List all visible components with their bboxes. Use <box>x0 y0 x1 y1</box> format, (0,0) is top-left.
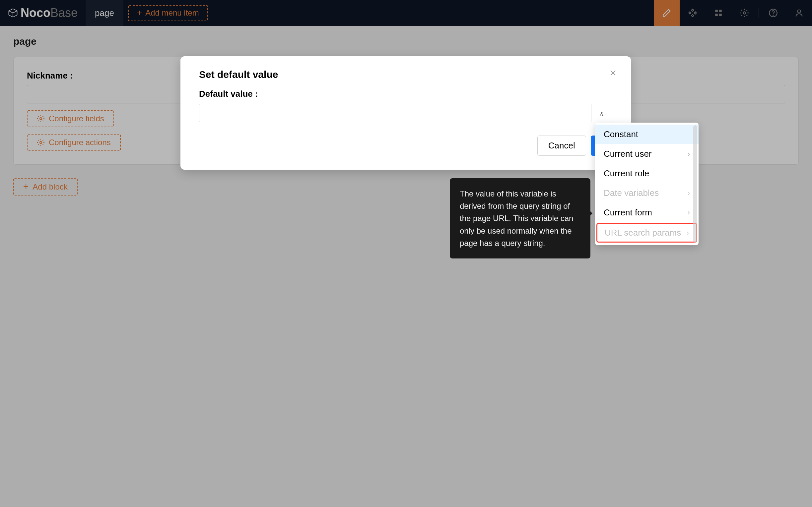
page-title: page <box>13 36 799 47</box>
dropdown-item-label: URL search params <box>605 228 681 238</box>
nav-tab-page[interactable]: page <box>86 0 123 26</box>
svg-rect-3 <box>719 14 722 16</box>
dropdown-item-label: Date variables <box>604 188 659 198</box>
svg-rect-2 <box>715 14 718 16</box>
chevron-right-icon: › <box>688 150 690 158</box>
default-value-label: Default value : <box>199 89 612 99</box>
svg-point-7 <box>798 10 800 13</box>
header-right <box>654 0 812 26</box>
plugin-icon[interactable] <box>680 0 706 26</box>
default-value-input[interactable] <box>199 104 591 122</box>
gear-icon <box>37 138 45 147</box>
dropdown-item-label: Current role <box>604 168 649 179</box>
gear-icon <box>37 115 45 123</box>
cancel-button[interactable]: Cancel <box>537 135 586 156</box>
plus-icon <box>137 8 142 18</box>
logo-cube-icon <box>8 8 18 18</box>
configure-fields-label: Configure fields <box>49 114 104 123</box>
svg-rect-0 <box>715 10 718 12</box>
plus-icon <box>23 182 29 191</box>
settings-gear-icon[interactable] <box>731 0 757 26</box>
add-menu-item-label: Add menu item <box>145 8 199 17</box>
dropdown-item-label: Constant <box>604 129 638 139</box>
dropdown-item-date-variables[interactable]: Date variables› <box>595 183 699 203</box>
chevron-right-icon: › <box>688 189 690 198</box>
variable-dropdown: ConstantCurrent user›Current roleDate va… <box>595 123 699 245</box>
dropdown-item-current-form[interactable]: Current form› <box>595 203 699 222</box>
svg-point-4 <box>743 12 746 14</box>
modal-footer: Cancel S <box>199 135 612 156</box>
dropdown-item-current-role[interactable]: Current role <box>595 164 699 183</box>
configure-actions-label: Configure actions <box>49 138 111 147</box>
help-icon[interactable] <box>760 0 786 26</box>
chevron-right-icon: › <box>688 209 690 217</box>
svg-rect-1 <box>719 10 722 12</box>
apps-grid-icon[interactable] <box>706 0 731 26</box>
dropdown-item-label: Current form <box>604 208 652 218</box>
modal-close-button[interactable] <box>608 68 618 79</box>
logo[interactable]: NocoBase <box>0 0 86 26</box>
dropdown-item-current-user[interactable]: Current user› <box>595 144 699 164</box>
chevron-right-icon: › <box>687 229 689 237</box>
configure-fields-button[interactable]: Configure fields <box>27 110 114 127</box>
dropdown-item-constant[interactable]: Constant <box>595 125 699 144</box>
add-block-button[interactable]: Add block <box>13 178 78 195</box>
divider <box>759 8 759 18</box>
app-header: NocoBase page Add menu item <box>0 0 812 26</box>
dropdown-scrollbar[interactable] <box>693 125 697 242</box>
dropdown-item-label: Current user <box>604 149 652 159</box>
add-menu-item-button[interactable]: Add menu item <box>128 5 208 21</box>
svg-point-9 <box>40 142 42 144</box>
user-icon[interactable] <box>786 0 812 26</box>
variable-picker-button[interactable]: x <box>591 104 612 122</box>
default-value-row: x <box>199 104 612 122</box>
configure-actions-button[interactable]: Configure actions <box>27 134 121 151</box>
set-default-value-modal: Set default value Default value : x Canc… <box>181 56 631 170</box>
url-search-params-tooltip: The value of this variable is derived fr… <box>450 178 591 259</box>
modal-title: Set default value <box>199 69 612 80</box>
logo-text: NocoBase <box>20 6 78 20</box>
svg-point-8 <box>40 118 42 120</box>
dropdown-item-url-search-params[interactable]: URL search params› <box>596 223 697 242</box>
add-block-label: Add block <box>33 182 67 191</box>
svg-point-6 <box>773 15 773 15</box>
design-mode-icon[interactable] <box>654 0 680 26</box>
